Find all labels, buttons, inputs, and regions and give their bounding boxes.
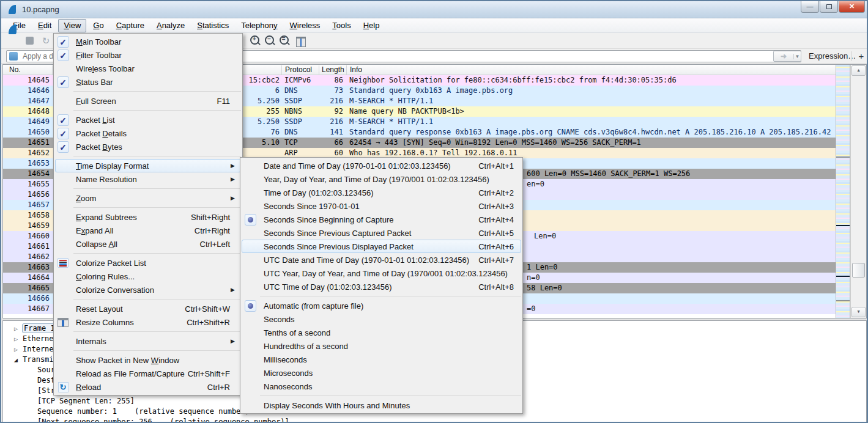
view-menu-item-reload[interactable]: ↻ReloadCtrl+R	[54, 380, 242, 394]
zoom-reset-icon[interactable]: =	[278, 35, 291, 47]
minimize-button[interactable]: —	[801, 1, 819, 13]
zoom-in-icon[interactable]: +	[248, 35, 262, 47]
packet-length: 66	[295, 138, 343, 147]
menubar-item-wireless[interactable]: Wireless	[284, 19, 326, 32]
detail-text: Transmi	[23, 355, 54, 365]
scrollbar-thumb[interactable]	[852, 263, 865, 278]
time-submenu-item-microseconds[interactable]: Microseconds	[240, 366, 522, 380]
restart-capture-icon: ↻	[39, 35, 53, 47]
add-filter-button[interactable]: +	[856, 51, 866, 62]
filter-dropdown-caret-icon[interactable]: ▼	[793, 54, 801, 59]
view-menu-item-packet-details[interactable]: ✓Packet Details	[54, 127, 242, 140]
scroll-up-icon[interactable]: ▲	[851, 65, 866, 76]
view-menu-item-reset-layout[interactable]: Reset LayoutCtrl+Shift+W	[54, 302, 242, 315]
view-menu-item-colorize-packet-list[interactable]: Colorize Packet List	[54, 256, 242, 270]
view-menu-item-status-bar[interactable]: ✓Status Bar	[54, 75, 242, 89]
view-menu-item-collapse-all[interactable]: Collapse AllCtrl+Left	[54, 237, 242, 251]
packet-list-minimap[interactable]	[836, 65, 850, 318]
view-menu-item-expand-subtrees[interactable]: Expand SubtreesShift+Right	[54, 210, 242, 224]
zoom-out-icon[interactable]: −	[263, 35, 276, 47]
view-menu-separator	[54, 186, 242, 191]
apply-filter-button[interactable]: ➜ ▼	[773, 51, 801, 62]
time-submenu-item-hundredths-of-a-second[interactable]: Hundredths of a second	[240, 339, 522, 353]
menubar-item-analyze[interactable]: Analyze	[151, 19, 190, 32]
time-submenu-item-seconds-since-previous-captured-packet[interactable]: Seconds Since Previous Captured PacketCt…	[240, 226, 522, 240]
view-menu-item-packet-list[interactable]: ✓Packet List	[54, 113, 242, 127]
packet-info: Neighbor Solicitation for fe80::c634:6bf…	[349, 76, 832, 85]
menu-item-label: Wireless Toolbar	[72, 64, 239, 73]
expression-button[interactable]: Expression…	[809, 51, 856, 61]
menu-item-label: Main Toolbar	[72, 37, 239, 46]
column-header-protocol[interactable]: Protocol	[285, 65, 312, 74]
detail-line[interactable]: [Next sequence number: 256 (relative seq…	[3, 417, 866, 423]
time-submenu-item-time-of-day-01-02-03-123456[interactable]: Time of Day (01:02:03.123456)Ctrl+Alt+2	[240, 186, 522, 199]
time-submenu-item-utc-year-day-of-year-and-time-of-day-1970-001-01-02-03-123456[interactable]: UTC Year, Day of Year, and Time of Day (…	[240, 267, 522, 280]
menu-item-shortcut: Ctrl+Alt+1	[478, 161, 519, 171]
titlebar: 10.pcapng — ✕	[1, 1, 867, 18]
menubar-item-capture[interactable]: Capture	[111, 19, 150, 32]
maximize-button[interactable]	[820, 1, 838, 13]
view-menu-item-main-toolbar[interactable]: ✓Main Toolbar	[54, 35, 242, 48]
time-submenu-item-display-seconds-with-hours-and-minutes[interactable]: Display Seconds With Hours and Minutes	[240, 399, 522, 412]
column-header-length[interactable]: Length	[322, 65, 344, 74]
time-submenu-item-tenths-of-a-second[interactable]: Tenths of a second	[240, 326, 522, 339]
menubar-item-tools[interactable]: Tools	[327, 19, 356, 32]
filter-bookmark-icon[interactable]	[9, 52, 18, 61]
packet-info-tail: n=0	[527, 273, 540, 282]
menubar-item-view[interactable]: View	[58, 19, 86, 32]
time-submenu-item-seconds-since-1970-01-01[interactable]: Seconds Since 1970-01-01Ctrl+Alt+3	[240, 199, 522, 213]
menubar-item-go[interactable]: Go	[87, 19, 109, 32]
view-menu-item-resize-columns[interactable]: Resize ColumnsCtrl+Shift+R	[54, 315, 242, 329]
time-submenu-item-seconds-since-beginning-of-capture[interactable]: Seconds Since Beginning of CaptureCtrl+A…	[240, 213, 522, 226]
menu-item-label: Packet List	[72, 116, 239, 125]
view-menu-item-zoom[interactable]: Zoom▶	[54, 191, 242, 205]
view-menu-item-show-packet-in-new-window[interactable]: Show Packet in New Window	[54, 353, 242, 367]
view-menu-item-wireless-toolbar[interactable]: Wireless Toolbar	[54, 62, 242, 75]
menu-item-shortcut: Ctrl+Shift+W	[185, 304, 239, 314]
time-submenu-item-seconds-since-previous-displayed-packet[interactable]: Seconds Since Previous Displayed PacketC…	[240, 240, 522, 253]
time-submenu-item-seconds[interactable]: Seconds	[240, 312, 522, 326]
time-submenu-item-nanoseconds[interactable]: Nanoseconds	[240, 380, 522, 393]
resize-columns-icon[interactable]	[294, 35, 307, 47]
time-submenu-item-date-and-time-of-day-1970-01-01-01-02-03-123456[interactable]: Date and Time of Day (1970-01-01 01:02:0…	[240, 159, 522, 172]
menubar-item-telephony[interactable]: Telephony	[236, 19, 283, 32]
time-submenu-item-milliseconds[interactable]: Milliseconds	[240, 353, 522, 366]
checkbox: ✓	[57, 50, 69, 61]
expand-arrow-icon[interactable]: ▷	[12, 323, 20, 334]
column-header-info[interactable]: Info	[350, 65, 362, 74]
menu-item-label: Tenths of a second	[260, 328, 519, 337]
check-glyph: ✓	[59, 51, 67, 61]
column-header-no[interactable]: No.	[9, 65, 21, 74]
view-menu-item-colorize-conversation[interactable]: Colorize Conversation▶	[54, 283, 242, 296]
view-menu-item-coloring-rules[interactable]: Coloring Rules...	[54, 270, 242, 283]
view-menu-item-filter-toolbar[interactable]: ✓Filter Toolbar	[54, 48, 242, 62]
menubar-item-statistics[interactable]: Statistics	[191, 19, 234, 32]
time-submenu-item-utc-time-of-day-01-02-03-123456[interactable]: UTC Time of Day (01:02:03.123456)Ctrl+Al…	[240, 280, 522, 293]
expand-arrow-icon[interactable]: ▷	[12, 344, 20, 355]
check-glyph: ✓	[59, 142, 67, 152]
packet-no: 14667	[3, 304, 50, 314]
view-menu-item-expand-all[interactable]: Expand AllCtrl+Right	[54, 224, 242, 237]
view-menu-item-reload-as-file-format-capture[interactable]: Reload as File Format/CaptureCtrl+Shift+…	[54, 367, 242, 380]
menu-item-label: Full Screen	[72, 97, 217, 106]
view-menu-item-packet-bytes[interactable]: ✓Packet Bytes	[54, 140, 242, 153]
view-menu-item-time-display-format[interactable]: Time Display Format▶	[54, 159, 242, 172]
view-menu-item-internals[interactable]: Internals▶	[54, 334, 242, 348]
time-submenu-item-utc-date-and-time-of-day-1970-01-01-01-02-03-123456[interactable]: UTC Date and Time of Day (1970-01-01 01:…	[240, 253, 522, 267]
view-menu-separator	[54, 108, 242, 113]
view-menu-item-name-resolution[interactable]: Name Resolution▶	[54, 172, 242, 186]
menubar-item-help[interactable]: Help	[358, 19, 385, 32]
packet-list-scrollbar[interactable]: ▲ ▼	[850, 65, 866, 318]
view-menu-item-full-screen[interactable]: Full ScreenF11	[54, 94, 242, 108]
time-submenu-item-year-day-of-year-and-time-of-day-1970-001-01-02-03-123456[interactable]: Year, Day of Year, and Time of Day (1970…	[240, 172, 522, 186]
checkbox: ✓	[57, 76, 69, 88]
packet-info-tail: 1 Len=0	[527, 263, 558, 272]
collapse-arrow-icon[interactable]: ◢	[12, 355, 20, 365]
time-submenu-item-automatic-from-capture-file[interactable]: Automatic (from capture file)	[240, 299, 522, 312]
menubar-item-edit[interactable]: Edit	[32, 19, 57, 32]
close-button[interactable]: ✕	[839, 1, 865, 13]
expand-arrow-icon[interactable]: ▷	[12, 334, 20, 344]
window-title: 10.pcapng	[22, 5, 59, 14]
view-menu-separator	[54, 296, 242, 302]
scroll-down-icon[interactable]: ▼	[851, 307, 866, 317]
